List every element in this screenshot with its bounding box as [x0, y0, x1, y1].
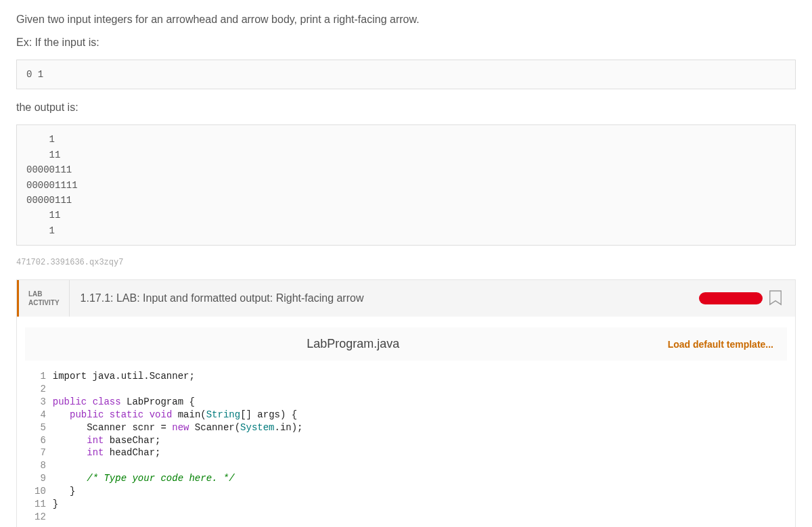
code-line[interactable]: int headChar; — [53, 446, 787, 459]
lab-tag-line2: ACTIVITY — [28, 298, 60, 307]
file-row: LabProgram.java Load default template... — [25, 327, 787, 361]
line-number: 3 — [35, 396, 46, 409]
code-editor[interactable]: 123456789101112 import java.util.Scanner… — [25, 361, 787, 527]
lab-activity-container: LAB ACTIVITY 1.17.1: LAB: Input and form… — [16, 279, 796, 527]
code-line[interactable]: } — [53, 498, 787, 511]
code-line[interactable] — [53, 459, 787, 472]
line-number: 12 — [35, 511, 46, 524]
line-number: 1 — [35, 370, 46, 383]
code-line[interactable]: public class LabProgram { — [53, 396, 787, 409]
code-area[interactable]: import java.util.Scanner; public class L… — [53, 370, 787, 524]
prompt-line-2: Ex: If the input is: — [16, 37, 796, 49]
input-example-box: 0 1 — [16, 60, 796, 89]
footer-code: 471702.3391636.qx3zqy7 — [16, 258, 796, 267]
prompt-line-1: Given two input integers for an arrowhea… — [16, 14, 796, 26]
code-line[interactable]: import java.util.Scanner; — [53, 370, 787, 383]
file-name: LabProgram.java — [39, 337, 668, 351]
line-number: 2 — [35, 383, 46, 396]
bookmark-icon[interactable] — [768, 289, 783, 308]
code-line[interactable]: public static void main(String[] args) { — [53, 409, 787, 421]
lab-title: 1.17.1: LAB: Input and formatted output:… — [70, 280, 688, 317]
code-line[interactable]: /* Type your code here. */ — [53, 472, 787, 485]
line-number: 5 — [35, 421, 46, 434]
line-number-gutter: 123456789101112 — [25, 370, 53, 524]
line-number: 9 — [35, 472, 46, 485]
load-default-template-link[interactable]: Load default template... — [668, 339, 773, 350]
line-number: 4 — [35, 409, 46, 421]
line-number: 6 — [35, 434, 46, 447]
lab-tag-line1: LAB — [28, 290, 60, 298]
line-number: 8 — [35, 459, 46, 472]
code-line[interactable]: int baseChar; — [53, 434, 787, 447]
lab-header-right — [688, 280, 795, 317]
lab-header: LAB ACTIVITY 1.17.1: LAB: Input and form… — [17, 280, 795, 317]
lab-tag: LAB ACTIVITY — [19, 280, 70, 317]
code-line[interactable]: } — [53, 485, 787, 498]
code-line[interactable] — [53, 383, 787, 396]
line-number: 7 — [35, 446, 46, 459]
redaction-mark — [700, 294, 761, 303]
code-line[interactable]: Scanner scnr = new Scanner(System.in); — [53, 421, 787, 434]
code-line[interactable] — [53, 511, 787, 524]
output-example-box: 1 11 00000111 000001111 00000111 11 1 — [16, 124, 796, 246]
line-number: 11 — [35, 498, 46, 511]
prompt-line-3: the output is: — [16, 101, 796, 114]
line-number: 10 — [35, 485, 46, 498]
